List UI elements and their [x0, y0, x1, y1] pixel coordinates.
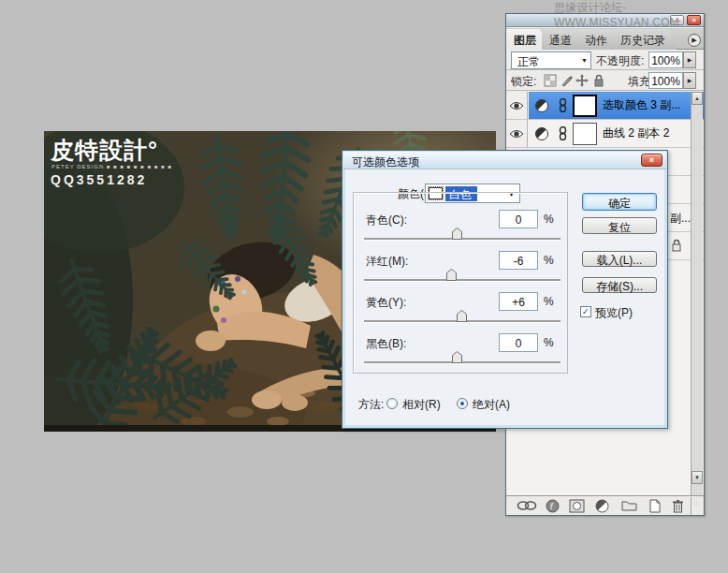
black-label: 黑色(B):	[366, 336, 406, 352]
cyan-label: 青色(C):	[366, 213, 407, 228]
adjustment-layer-icon	[534, 126, 549, 141]
percent-sign: %	[544, 295, 554, 308]
chevron-down-icon: ▼	[581, 57, 588, 64]
panel-scrollbar[interactable]: ▲ ▼	[691, 92, 703, 495]
fill-spinner-icon[interactable]: ▶	[683, 72, 696, 89]
opacity-value[interactable]: 100%	[648, 51, 683, 68]
blend-mode-select[interactable]: 正常 ▼	[511, 51, 591, 69]
link-layers-icon[interactable]	[517, 499, 537, 512]
adjustment-layer-icon	[534, 98, 549, 113]
save-button[interactable]: 存储(S)...	[582, 277, 657, 293]
photo-watermark-brand: 皮特設計°	[51, 135, 158, 166]
layer-mask-thumbnail[interactable]	[573, 95, 597, 117]
photo-watermark-sub: PETEY DESIGN ■ ■ ■ ■ ■ ■ ■ ■ ■ ■	[51, 164, 172, 169]
percent-sign: %	[544, 254, 554, 267]
link-mask-icon	[559, 98, 567, 112]
opacity-spinner-icon[interactable]: ▶	[683, 51, 696, 68]
method-absolute-label[interactable]: 绝对(A)	[473, 397, 510, 413]
black-value-input[interactable]: 0	[499, 333, 538, 352]
link-mask-icon	[559, 126, 567, 140]
lock-label: 锁定:	[511, 74, 536, 90]
black-slider-thumb[interactable]	[452, 351, 462, 363]
background-lock-icon	[671, 239, 682, 252]
cyan-value-input[interactable]: 0	[499, 210, 538, 228]
panel-tab-bar: 图层 通道 动作 历史记录	[506, 28, 704, 50]
magenta-slider-track[interactable]	[364, 279, 561, 281]
photo-watermark-qq: QQ3551282	[51, 172, 147, 187]
selective-color-dialog: 可选颜色选项 × 颜色(O): 白色 ▼ 青色(C): 0 % 洋红(M): -…	[342, 150, 668, 429]
percent-sign: %	[544, 336, 554, 349]
layer-name[interactable]: 选取颜色 3 副...	[603, 97, 680, 113]
lock-row: 锁定: 填充: 100% ▶	[506, 70, 704, 91]
opacity-label: 不透明度:	[596, 53, 644, 69]
fill-value[interactable]: 100%	[648, 72, 683, 89]
scroll-down-icon[interactable]: ▼	[692, 471, 703, 484]
magenta-value-input[interactable]: -6	[499, 251, 538, 270]
scroll-up-icon[interactable]: ▲	[692, 92, 703, 105]
percent-sign: %	[544, 213, 554, 226]
black-slider-track[interactable]	[364, 361, 561, 363]
lock-all-icon[interactable]	[592, 74, 605, 87]
method-relative-radio[interactable]	[386, 398, 398, 409]
resize-grip-icon[interactable]: ∴	[694, 501, 699, 506]
preview-checkbox[interactable]: ✓	[580, 306, 591, 317]
layer-style-fx-icon[interactable]: f	[546, 499, 560, 513]
toolbar-separator	[691, 497, 692, 515]
method-absolute-radio[interactable]	[457, 398, 468, 409]
cyan-slider-track[interactable]	[364, 238, 561, 240]
tab-history[interactable]: 历史记录	[613, 29, 677, 50]
visibility-toggle[interactable]	[506, 92, 528, 119]
load-button[interactable]: 载入(L)...	[582, 251, 657, 267]
blend-mode-row: 正常 ▼ 不透明度: 100% ▶	[506, 50, 704, 70]
add-layer-mask-icon[interactable]	[569, 499, 585, 513]
lock-position-move-icon[interactable]	[575, 74, 589, 87]
blend-mode-value: 正常	[517, 55, 540, 68]
yellow-slider-thumb[interactable]	[457, 310, 467, 322]
magenta-label: 洋红(M):	[366, 254, 408, 270]
preview-label[interactable]: 预览(P)	[595, 305, 633, 321]
layer-row-curves[interactable]: 曲线 2 副本 2	[506, 120, 704, 148]
magenta-slider-thumb[interactable]	[446, 269, 457, 281]
eye-icon	[509, 101, 524, 110]
panel-bottom-toolbar: f ∴	[506, 495, 704, 515]
panel-menu-icon[interactable]: ▶	[688, 34, 701, 47]
new-adjustment-layer-icon[interactable]	[595, 499, 609, 513]
layer-name[interactable]: 副...	[670, 211, 691, 227]
cyan-slider-thumb[interactable]	[452, 228, 462, 240]
lock-transparency-icon[interactable]	[544, 74, 557, 87]
dialog-titlebar[interactable]: 可选颜色选项	[343, 152, 666, 169]
eye-icon	[509, 129, 524, 139]
method-relative-label[interactable]: 相对(R)	[402, 397, 441, 413]
new-group-folder-icon[interactable]	[621, 499, 637, 512]
layer-name[interactable]: 曲线 2 副本 2	[603, 125, 669, 141]
new-layer-icon[interactable]	[648, 499, 662, 513]
dialog-title: 可选颜色选项	[352, 155, 419, 169]
ok-button[interactable]: 确定	[582, 193, 657, 211]
dialog-close-icon[interactable]: ×	[641, 154, 662, 167]
yellow-value-input[interactable]: +6	[499, 292, 538, 311]
visibility-toggle[interactable]	[506, 120, 528, 147]
site-watermark: 思缘设计论坛-WWW.MISSYUAN.COM	[554, 0, 728, 29]
layer-mask-thumbnail[interactable]	[573, 123, 597, 145]
reset-button[interactable]: 复位	[582, 217, 657, 234]
layer-row-selective-color[interactable]: 选取颜色 3 副...	[506, 92, 704, 120]
method-label: 方法:	[358, 397, 384, 413]
yellow-label: 黄色(Y):	[366, 295, 406, 311]
lock-pixels-brush-icon[interactable]	[561, 74, 574, 87]
delete-layer-trash-icon[interactable]	[672, 499, 684, 513]
